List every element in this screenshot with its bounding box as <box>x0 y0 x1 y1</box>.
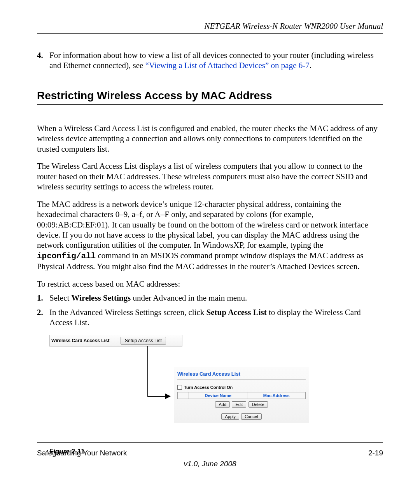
device-table-col-mac: Mac Address <box>247 392 306 399</box>
device-table-col-name: Device Name <box>189 392 247 399</box>
step-2-pre: In the Advanced Wireless Settings screen… <box>49 308 206 317</box>
access-control-checkbox[interactable] <box>177 385 182 390</box>
access-control-label: Turn Access Control On <box>184 385 233 390</box>
paragraph-2: The Wireless Card Access List displays a… <box>37 161 383 192</box>
footer-rule <box>37 442 383 443</box>
paragraph-4: To restrict access based on MAC addresse… <box>37 279 383 289</box>
connector-horizontal <box>147 396 166 397</box>
wireless-card-access-list-panel: Wireless Card Access List Turn Access Co… <box>174 367 309 423</box>
figure-top-label: Wireless Card Access List <box>50 338 121 343</box>
step-1-bold: Wireless Settings <box>72 293 131 303</box>
paragraph-1: When a Wireless Card Access List is conf… <box>37 123 383 154</box>
step-2-bold: Setup Access List <box>206 308 266 317</box>
step-2: 2. In the Advanced Wireless Settings scr… <box>37 307 383 328</box>
footer-version: v1.0, June 2008 <box>0 460 420 468</box>
step-4-post: . <box>310 61 312 70</box>
step-4: 4. For information about how to view a l… <box>37 50 383 71</box>
figure-top-bar: Wireless Card Access List Setup Access L… <box>49 335 182 346</box>
apply-button[interactable]: Apply <box>221 413 239 420</box>
step-1-post: under Advanced in the main menu. <box>131 293 247 303</box>
attached-devices-xref[interactable]: “Viewing a List of Attached Devices” on … <box>145 61 310 70</box>
running-header: NETGEAR Wireless-N Router WNR2000 User M… <box>37 21 383 34</box>
cancel-button[interactable]: Cancel <box>241 413 261 420</box>
step-1-pre: Select <box>49 293 72 303</box>
table-button-row: Add Edit Delete <box>177 401 306 410</box>
footer-page-number: 2-19 <box>368 449 383 457</box>
page: NETGEAR Wireless-N Router WNR2000 User M… <box>0 0 420 504</box>
step-2-number: 2. <box>37 307 49 328</box>
add-button[interactable]: Add <box>215 401 230 408</box>
arrow-icon <box>165 394 171 399</box>
device-table-col-empty <box>178 392 189 399</box>
access-control-row: Turn Access Control On <box>177 385 306 390</box>
step-2-body: In the Advanced Wireless Settings screen… <box>49 307 383 328</box>
paragraph-3-pre: The MAC address is a network device’s un… <box>37 200 368 250</box>
step-4-body: For information about how to view a list… <box>49 50 383 71</box>
step-1: 1. Select Wireless Settings under Advanc… <box>37 293 383 303</box>
paragraph-3: The MAC address is a network device’s un… <box>37 199 383 272</box>
step-1-number: 1. <box>37 293 49 303</box>
setup-access-list-button[interactable]: Setup Access List <box>121 337 166 345</box>
panel-title: Wireless Card Access List <box>177 371 306 380</box>
connector-vertical <box>147 346 148 396</box>
step-1-body: Select Wireless Settings under Advanced … <box>49 293 383 303</box>
section-heading: Restricting Wireless Access by MAC Addre… <box>37 89 383 105</box>
step-4-number: 4. <box>37 50 49 71</box>
delete-button[interactable]: Delete <box>248 401 268 408</box>
device-table: Device Name Mac Address <box>177 392 306 399</box>
footer-row: Safeguarding Your Network 2-19 <box>37 449 383 457</box>
ipconfig-command: ipconfig/all <box>37 252 96 261</box>
edit-button[interactable]: Edit <box>232 401 246 408</box>
footer-left: Safeguarding Your Network <box>37 449 127 457</box>
figure-2-11: Wireless Card Access List Setup Access L… <box>49 335 314 444</box>
panel-action-row: Apply Cancel <box>177 413 306 420</box>
